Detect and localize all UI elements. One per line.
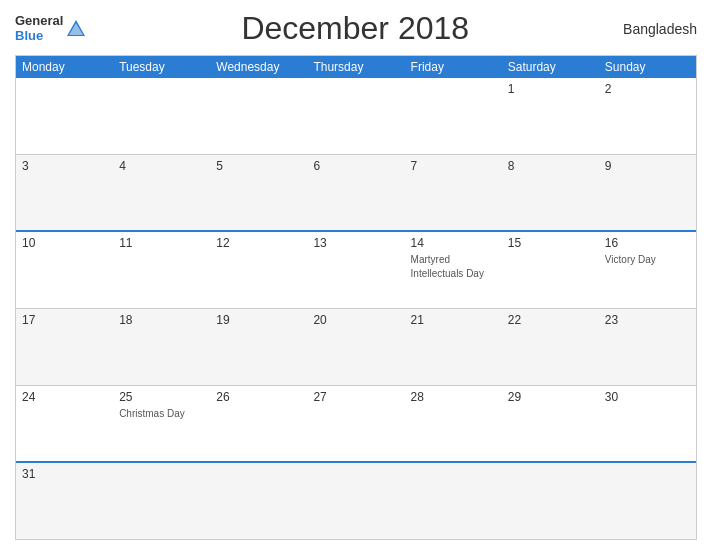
date-1: 1 (508, 82, 593, 96)
logo-general: General (15, 14, 63, 28)
cell-w6-wed (210, 463, 307, 539)
date-2: 2 (605, 82, 690, 96)
cell-w5-sun: 30 (599, 386, 696, 462)
date-13: 13 (313, 236, 398, 250)
cell-w5-thu: 27 (307, 386, 404, 462)
date-11: 11 (119, 236, 204, 250)
cell-w4-thu: 20 (307, 309, 404, 385)
day-header-sunday: Sunday (599, 56, 696, 78)
calendar-body: 1 2 3 4 5 6 (16, 78, 696, 539)
date-9: 9 (605, 159, 690, 173)
day-header-wednesday: Wednesday (210, 56, 307, 78)
date-15: 15 (508, 236, 593, 250)
cell-w2-sat: 8 (502, 155, 599, 231)
event-christmas: Christmas Day (119, 408, 185, 419)
cell-w5-wed: 26 (210, 386, 307, 462)
cell-w5-tue: 25 Christmas Day (113, 386, 210, 462)
cell-w3-mon: 10 (16, 232, 113, 308)
cell-w4-tue: 18 (113, 309, 210, 385)
date-3: 3 (22, 159, 107, 173)
date-28: 28 (411, 390, 496, 404)
cell-w4-mon: 17 (16, 309, 113, 385)
day-header-saturday: Saturday (502, 56, 599, 78)
logo-blue: Blue (15, 29, 43, 43)
cell-w1-tue (113, 78, 210, 154)
cell-w6-sat (502, 463, 599, 539)
date-27: 27 (313, 390, 398, 404)
cell-w3-sat: 15 (502, 232, 599, 308)
cell-w5-fri: 28 (405, 386, 502, 462)
cell-w2-mon: 3 (16, 155, 113, 231)
date-29: 29 (508, 390, 593, 404)
cell-w2-thu: 6 (307, 155, 404, 231)
logo-icon (65, 18, 87, 40)
date-22: 22 (508, 313, 593, 327)
calendar: Monday Tuesday Wednesday Thursday Friday… (15, 55, 697, 540)
date-31: 31 (22, 467, 107, 481)
week-row-3: 10 11 12 13 14 Martyred Intellectuals Da… (16, 230, 696, 308)
week-row-1: 1 2 (16, 78, 696, 154)
day-header-monday: Monday (16, 56, 113, 78)
date-19: 19 (216, 313, 301, 327)
cell-w6-tue (113, 463, 210, 539)
cell-w1-fri (405, 78, 502, 154)
cell-w5-mon: 24 (16, 386, 113, 462)
date-12: 12 (216, 236, 301, 250)
week-row-5: 24 25 Christmas Day 26 27 28 29 (16, 385, 696, 462)
cell-w3-sun: 16 Victory Day (599, 232, 696, 308)
cell-w2-fri: 7 (405, 155, 502, 231)
date-25: 25 (119, 390, 204, 404)
cell-w2-wed: 5 (210, 155, 307, 231)
cell-w4-fri: 21 (405, 309, 502, 385)
logo: General Blue (15, 14, 87, 43)
date-21: 21 (411, 313, 496, 327)
cell-w1-wed (210, 78, 307, 154)
cell-w1-mon (16, 78, 113, 154)
date-14: 14 (411, 236, 496, 250)
cell-w4-wed: 19 (210, 309, 307, 385)
header: General Blue December 2018 Bangladesh (15, 10, 697, 47)
cell-w6-thu (307, 463, 404, 539)
date-30: 30 (605, 390, 690, 404)
date-5: 5 (216, 159, 301, 173)
day-header-tuesday: Tuesday (113, 56, 210, 78)
week-row-2: 3 4 5 6 7 8 9 (16, 154, 696, 231)
cell-w3-thu: 13 (307, 232, 404, 308)
date-20: 20 (313, 313, 398, 327)
cell-w1-sun: 2 (599, 78, 696, 154)
event-victory: Victory Day (605, 254, 656, 265)
cell-w4-sun: 23 (599, 309, 696, 385)
day-header-friday: Friday (405, 56, 502, 78)
date-7: 7 (411, 159, 496, 173)
date-23: 23 (605, 313, 690, 327)
event-martyred: Martyred Intellectuals Day (411, 254, 484, 279)
date-8: 8 (508, 159, 593, 173)
date-4: 4 (119, 159, 204, 173)
cell-w6-fri (405, 463, 502, 539)
cell-w5-sat: 29 (502, 386, 599, 462)
date-24: 24 (22, 390, 107, 404)
cell-w3-fri: 14 Martyred Intellectuals Day (405, 232, 502, 308)
cell-w6-mon: 31 (16, 463, 113, 539)
month-title: December 2018 (241, 10, 469, 47)
week-row-6: 31 (16, 461, 696, 539)
date-16: 16 (605, 236, 690, 250)
cell-w2-sun: 9 (599, 155, 696, 231)
calendar-header: Monday Tuesday Wednesday Thursday Friday… (16, 56, 696, 78)
cell-w1-sat: 1 (502, 78, 599, 154)
date-17: 17 (22, 313, 107, 327)
cell-w2-tue: 4 (113, 155, 210, 231)
cell-w3-wed: 12 (210, 232, 307, 308)
cell-w4-sat: 22 (502, 309, 599, 385)
day-header-thursday: Thursday (307, 56, 404, 78)
cell-w6-sun (599, 463, 696, 539)
week-row-4: 17 18 19 20 21 22 23 (16, 308, 696, 385)
date-10: 10 (22, 236, 107, 250)
cell-w3-tue: 11 (113, 232, 210, 308)
date-6: 6 (313, 159, 398, 173)
country-label: Bangladesh (623, 21, 697, 37)
date-26: 26 (216, 390, 301, 404)
date-18: 18 (119, 313, 204, 327)
cell-w1-thu (307, 78, 404, 154)
page: General Blue December 2018 Bangladesh Mo… (0, 0, 712, 550)
